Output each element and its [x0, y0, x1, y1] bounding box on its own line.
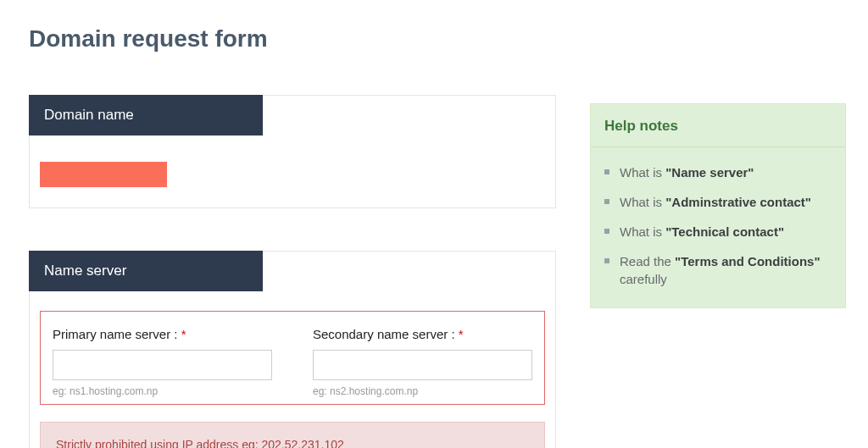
help-item-admin-contact[interactable]: What is "Adminstrative contact": [603, 187, 838, 217]
secondary-ns-label: Secondary name server : *: [313, 327, 532, 341]
primary-ns-required: *: [181, 327, 186, 341]
help-item-name-server[interactable]: What is "Name server": [603, 158, 838, 187]
primary-ns-input[interactable]: [53, 350, 272, 380]
secondary-ns-hint: eg: ns2.hosting.com.np: [313, 385, 532, 397]
help-item-bold: "Technical contact": [665, 224, 784, 239]
help-item-bold: "Adminstrative contact": [665, 195, 811, 209]
help-item-suffix: carefully: [620, 272, 667, 286]
help-item-prefix: What is: [620, 195, 665, 209]
primary-ns-group: Primary name server : * eg: ns1.hosting.…: [53, 327, 272, 397]
name-server-header: Name server: [29, 251, 263, 291]
help-item-bold: "Terms and Conditions": [675, 254, 820, 268]
primary-ns-hint: eg: ns1.hosting.com.np: [53, 385, 272, 397]
main-column: Domain name Name server Primary name ser…: [29, 95, 556, 448]
primary-ns-label-text: Primary name server :: [53, 327, 178, 341]
help-item-prefix: What is: [620, 224, 665, 239]
primary-ns-label: Primary name server : *: [53, 327, 272, 341]
secondary-ns-input[interactable]: [313, 350, 532, 380]
help-item-tech-contact[interactable]: What is "Technical contact": [603, 217, 838, 246]
help-panel: Help notes What is "Name server" What is…: [590, 103, 846, 308]
domain-name-body: [30, 136, 555, 207]
domain-name-card: Domain name: [29, 95, 556, 208]
name-server-error-frame: Primary name server : * eg: ns1.hosting.…: [40, 311, 545, 405]
domain-name-value-redacted: [40, 162, 167, 187]
secondary-ns-required: *: [459, 327, 464, 341]
secondary-ns-group: Secondary name server : * eg: ns2.hostin…: [313, 327, 532, 397]
help-list: What is "Name server" What is "Adminstra…: [591, 147, 845, 301]
help-item-prefix: Read the: [620, 254, 675, 268]
name-server-fields: Primary name server : * eg: ns1.hosting.…: [53, 327, 532, 397]
name-server-card: Name server Primary name server : * eg: …: [29, 251, 556, 448]
help-item-terms[interactable]: Read the "Terms and Conditions" carefull…: [603, 246, 838, 294]
domain-name-header: Domain name: [29, 95, 263, 136]
secondary-ns-label-text: Secondary name server :: [313, 327, 455, 341]
name-server-body: Primary name server : * eg: ns1.hosting.…: [30, 292, 555, 448]
layout: Domain name Name server Primary name ser…: [29, 95, 839, 448]
ip-warning-banner: Strictly prohibited using IP address eg:…: [40, 422, 545, 448]
help-panel-header: Help notes: [591, 104, 845, 147]
help-item-bold: "Name server": [665, 165, 754, 180]
help-item-prefix: What is: [620, 165, 665, 180]
page-title: Domain request form: [29, 25, 839, 53]
side-column: Help notes What is "Name server" What is…: [590, 95, 846, 308]
